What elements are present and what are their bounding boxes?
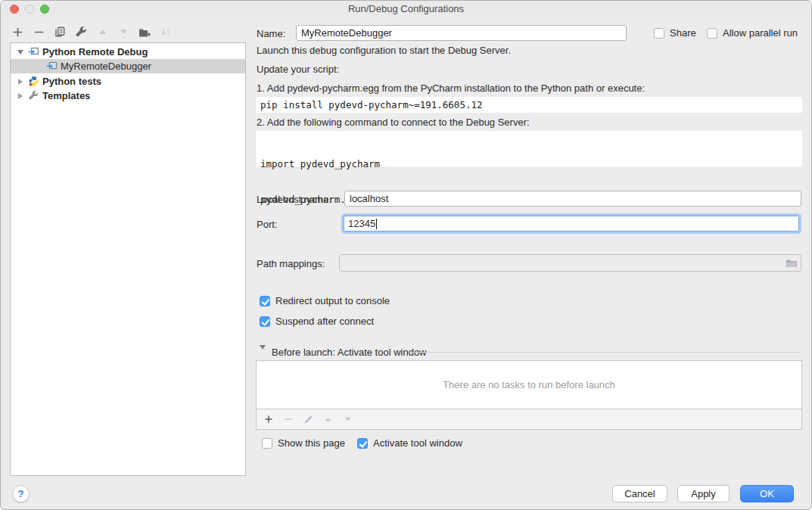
edit-templates-button[interactable] — [73, 24, 89, 39]
sort-configurations-button[interactable] — [158, 24, 173, 39]
copy-configuration-button[interactable] — [52, 24, 67, 39]
tree-item-label: Python tests — [42, 76, 101, 87]
minus-icon — [34, 27, 44, 37]
show-this-page-label: Show this page — [278, 437, 345, 449]
activate-tool-window-checkbox[interactable]: Activate tool window — [357, 437, 462, 449]
local-host-name-input[interactable] — [344, 191, 801, 207]
intro-line-2: Update your script: — [257, 64, 339, 76]
suspend-after-connect-label: Suspend after connect — [275, 316, 374, 327]
intro-line-1: Launch this debug configuration to start… — [257, 45, 511, 57]
show-this-page-checkbox[interactable]: Show this page — [262, 437, 345, 449]
add-configuration-button[interactable] — [10, 24, 25, 39]
step-1-text: 1. Add pydevd-pycharm.egg from the PyCha… — [257, 82, 645, 95]
plus-icon — [264, 415, 273, 424]
port-input[interactable]: 12345 — [341, 213, 801, 234]
browse-path-mappings-button[interactable] — [785, 257, 798, 269]
share-checkbox[interactable]: Share — [654, 27, 696, 39]
pencil-icon — [303, 415, 313, 424]
tree-item-myremotedebugger[interactable]: MyRemoteDebugger — [11, 59, 245, 73]
suspend-after-connect-checkbox[interactable]: Suspend after connect — [260, 316, 374, 327]
question-mark-icon: ? — [18, 488, 24, 499]
pip-install-command: pip install pydevd-pycharm~=191.6605.12 — [256, 97, 802, 113]
python-tests-icon — [27, 76, 39, 87]
text-caret — [376, 219, 377, 229]
titlebar: Run/Debug Configurations — [1, 1, 811, 17]
name-input[interactable] — [296, 25, 627, 41]
help-button[interactable]: ? — [12, 485, 30, 502]
remote-debug-icon — [45, 61, 58, 71]
tree-item-label: Python Remote Debug — [42, 46, 148, 58]
minus-icon — [284, 415, 293, 424]
redirect-output-checkbox[interactable]: Redirect output to console — [260, 295, 390, 306]
configurations-tree: Python Remote Debug MyRemoteDebugger Pyt… — [10, 42, 246, 476]
step-2-text: 2. Add the following command to connect … — [257, 117, 530, 129]
create-folder-button[interactable] — [137, 24, 152, 39]
tree-item-label: MyRemoteDebugger — [61, 61, 151, 72]
checkbox-unchecked-icon — [707, 28, 717, 39]
share-label: Share — [670, 27, 696, 39]
arrow-down-icon — [344, 415, 352, 423]
folder-icon — [786, 258, 798, 268]
path-mappings-field[interactable] — [339, 254, 801, 272]
run-debug-configurations-dialog: Run/Debug Configurations — [0, 0, 812, 510]
port-value: 12345 — [344, 218, 375, 229]
checkbox-checked-icon — [260, 316, 270, 327]
move-task-down-button[interactable] — [340, 412, 355, 427]
redirect-output-label: Redirect output to console — [275, 295, 390, 306]
task-list-toolbar — [256, 409, 802, 430]
move-down-button[interactable] — [116, 24, 131, 39]
arrow-up-icon — [98, 27, 107, 36]
checkbox-checked-icon — [357, 438, 368, 449]
before-launch-task-list: There are no tasks to run before launch — [256, 360, 802, 409]
configurations-toolbar — [10, 24, 173, 39]
allow-parallel-run-checkbox[interactable]: Allow parallel run — [707, 27, 798, 39]
move-task-up-button[interactable] — [320, 412, 335, 427]
section-divider — [409, 352, 801, 353]
settrace-code-block: import pydevd_pycharm pydevd_pycharm.set… — [256, 131, 802, 166]
checkbox-unchecked-icon — [262, 438, 272, 449]
wrench-icon — [27, 91, 39, 101]
checkbox-checked-icon — [260, 296, 270, 306]
arrow-up-icon — [324, 415, 332, 423]
new-folder-icon — [138, 27, 151, 37]
tree-item-templates[interactable]: Templates — [11, 89, 245, 103]
local-host-name-label: Local host name: — [257, 194, 331, 206]
ok-button[interactable]: OK — [740, 485, 794, 502]
path-mappings-label: Path mappings: — [257, 258, 325, 270]
remove-task-button[interactable] — [281, 412, 296, 427]
name-label: Name: — [257, 28, 285, 40]
empty-task-list-message: There are no tasks to run before launch — [443, 379, 615, 390]
remote-debug-icon — [27, 47, 39, 57]
add-task-button[interactable] — [261, 412, 276, 427]
copy-icon — [54, 26, 65, 37]
arrow-down-icon — [119, 27, 129, 36]
remove-configuration-button[interactable] — [31, 24, 46, 39]
expand-arrow-icon[interactable] — [17, 93, 24, 99]
edit-task-button[interactable] — [300, 412, 316, 427]
apply-button[interactable]: Apply — [677, 485, 730, 502]
tree-item-label: Templates — [42, 90, 90, 101]
before-launch-header: Before launch: Activate tool window — [272, 347, 427, 359]
port-label: Port: — [257, 219, 277, 231]
wrench-icon — [76, 26, 87, 38]
cancel-button[interactable]: Cancel — [612, 485, 667, 502]
tree-item-python-remote-debug[interactable]: Python Remote Debug — [11, 45, 245, 59]
collapse-arrow-icon[interactable] — [260, 350, 266, 361]
move-up-button[interactable] — [95, 24, 110, 39]
sort-az-icon — [160, 26, 171, 37]
activate-tool-window-label: Activate tool window — [373, 437, 462, 449]
collapse-arrow-icon[interactable] — [17, 50, 24, 54]
checkbox-unchecked-icon — [654, 28, 664, 39]
expand-arrow-icon[interactable] — [17, 79, 24, 85]
plus-icon — [13, 27, 23, 37]
window-title: Run/Debug Configurations — [1, 3, 811, 14]
code-line-1: import pydevd_pycharm — [260, 157, 802, 170]
tree-item-python-tests[interactable]: Python tests — [11, 74, 245, 89]
allow-parallel-run-label: Allow parallel run — [723, 27, 798, 39]
